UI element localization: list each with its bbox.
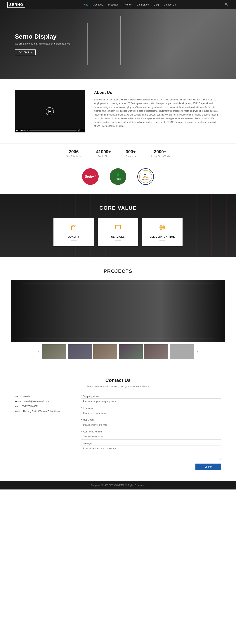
contact-email: Email： wendy@sernometal.com [15,400,66,403]
quality-label: QUALITY [57,236,90,238]
core-value-title: CORE VALUE [15,205,221,211]
project-thumb-1[interactable] [42,344,66,359]
iso-number: 9001 [143,175,148,178]
stat-facility-number: 41000+ [96,149,111,154]
search-icon[interactable]: 🔍 [225,3,229,6]
phone-input[interactable] [81,434,221,440]
projects-section: PROJECTS [0,257,236,366]
video-time: 0:00 / 0:00 [19,130,28,132]
project-thumb-2[interactable] [68,344,92,359]
contact-email-value: wendy@sernometal.com [24,400,49,403]
about-text: About Us Established in Dec, 2019，XIAMEN… [94,90,221,128]
name-input[interactable] [81,410,221,416]
stat-year-label: Year Established [66,155,81,157]
company-field-group: * Company Name: [81,395,221,404]
contact-address: ADD： Haicang District,Xiamen,Fujian,Chin… [15,410,66,413]
video-play-button[interactable]: ▶ [46,107,54,115]
name-label: * Your Name: [81,407,221,410]
fsc-cert: 🌲 FSC [110,168,126,185]
iso-top: ISO [144,174,147,175]
message-textarea[interactable] [81,446,221,460]
footer-copyright: Copyright © 2023 SERNO METAL All Rights … [91,484,145,486]
fullscreen-icon[interactable]: ⛶ [81,130,83,132]
about-section: ▶ ▶ 0:00 / 0:00 🔊 ⛶ About Us Established… [0,79,236,144]
contact-phone-value: 86-13774683392 [22,405,39,408]
nav-certificates[interactable]: Certificates [137,3,149,6]
delivery-divider [160,240,165,241]
contact-address-label: ADD： [15,410,22,413]
phone-label: * Your Phone Number: [81,430,221,433]
email-input[interactable] [81,422,221,428]
project-thumb-3[interactable] [93,344,117,359]
stat-stores-number: 3000+ [151,149,170,154]
fsc-label: FSC [115,178,121,180]
phone-field-group: * Your Phone Number: [81,430,221,440]
prev-arrow[interactable]: ‹ [36,349,41,354]
project-thumb-5[interactable] [144,344,168,359]
nav-products[interactable]: Products [108,3,118,6]
nav-about[interactable]: About Us [93,3,103,6]
hero-shelves-decoration [71,9,236,79]
project-thumbnails: ‹ › [11,344,225,359]
message-label: * Message: [81,442,221,445]
email-field-group: * Your E-mail: [81,419,221,428]
stat-employees-label: Employees [126,155,136,157]
about-description: Established in Dec, 2019，XIAMEN SERNO Me… [94,98,221,128]
video-progress-bar[interactable] [30,130,76,131]
video-controls: ▶ 0:00 / 0:00 🔊 ⛶ [15,128,85,132]
project-main-image [11,280,225,342]
stat-stores-label: Serving Stores Yearly [151,155,170,157]
core-card-delivery: DELIVERY ON TIME [142,218,183,246]
volume-icon[interactable]: 🔊 [78,129,80,132]
stat-facility-label: Facility Size [96,155,111,157]
contact-info: Attn： Wendy Email： wendy@sernometal.com … [15,395,66,470]
projects-title: PROJECTS [11,268,225,274]
stat-employees: 300+ Employees [126,149,136,157]
services-icon [101,224,135,233]
quality-divider [71,240,76,241]
contact-title: Contact Us [15,378,221,383]
about-inner: ▶ ▶ 0:00 / 0:00 🔊 ⛶ About Us Established… [15,90,221,132]
sedex-label: Sedex* [85,175,96,178]
contact-email-label: Email： [15,400,23,403]
stat-year-number: 2006 [66,149,81,154]
email-label: * Your E-mail: [81,419,221,421]
contact-form: * Company Name: * Your Name: * Your E-ma… [81,395,221,470]
about-title: About Us [94,90,221,95]
delivery-icon [146,224,179,233]
contact-inner: Attn： Wendy Email： wendy@sernometal.com … [15,395,221,470]
company-input[interactable] [81,398,221,404]
stat-stores: 3000+ Serving Stores Yearly [151,149,170,157]
video-play-icon[interactable]: ▶ [16,129,18,132]
stat-employees-number: 300+ [126,149,136,154]
shelf-decoration [22,283,214,338]
hero-content: Serno Display We are a professional manu… [0,22,85,66]
contact-section: Contact Us Serno looks forward to workin… [0,366,236,481]
site-logo[interactable]: SERNO [7,2,25,8]
hero-title: Serno Display [15,33,70,40]
svg-rect-5 [115,225,121,229]
project-thumb-4[interactable] [119,344,143,359]
core-card-quality: QUALITY [53,218,94,246]
sedex-cert: Sedex* [82,168,99,185]
nav-home[interactable]: Home [82,3,88,6]
next-arrow[interactable]: › [195,349,200,354]
project-thumb-6[interactable] [170,344,194,359]
nav-blog[interactable]: Blog [154,3,159,6]
company-label: * Company Name: [81,395,221,398]
about-video[interactable]: ▶ ▶ 0:00 / 0:00 🔊 ⛶ [15,90,85,132]
contact-attn-value: Wendy [23,395,30,398]
services-label: SERVICES [101,236,135,238]
footer: Copyright © 2023 SERNO METAL All Rights … [0,481,236,490]
contact-subtitle: Serno looks forward to working with you … [15,385,221,388]
nav-projects[interactable]: Projects [123,3,132,6]
services-divider [115,240,121,241]
contact-phone-label: MP： [15,405,20,408]
iso-cert: ISO 9001 CERTIFIED [137,168,154,185]
hero-section: Serno Display We are a professional manu… [0,9,236,79]
submit-button[interactable]: Submit [195,464,221,470]
iso-inner: ISO 9001 CERTIFIED [139,170,152,183]
core-card-services: SERVICES [98,218,138,246]
contact-button[interactable]: CONTACT>> [15,50,36,55]
nav-contact[interactable]: Contact Us [164,3,176,6]
